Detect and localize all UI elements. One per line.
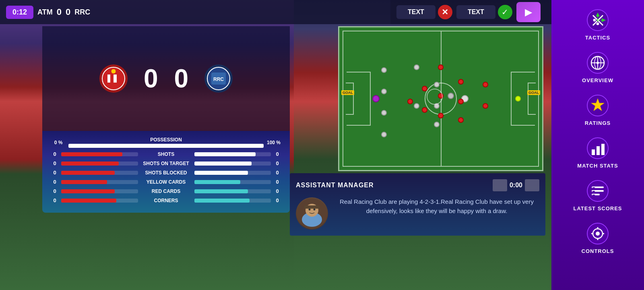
shots-on-target-row: 0 SHOTS ON TARGET 0 <box>50 160 282 166</box>
confirm-icon[interactable]: ✓ <box>498 5 512 19</box>
match-stats-button[interactable]: MATCH STATS <box>559 132 636 173</box>
rc-right-val: 0 <box>273 188 282 194</box>
shots-bar-left <box>61 152 138 156</box>
assistant-body: Real Racing Club are playing 4-2-3-1.Rea… <box>296 197 539 230</box>
yc-bar-left <box>61 180 138 184</box>
player-away9 <box>422 86 427 91</box>
possession-left-val: 0 % <box>50 140 66 145</box>
corners-label: CORNERS <box>140 198 192 203</box>
svg-rect-2 <box>110 75 114 83</box>
shots-left-val: 0 <box>50 151 59 157</box>
ratings-button[interactable]: RATINGS <box>559 89 636 130</box>
ratings-icon <box>586 93 610 118</box>
player-away4 <box>458 99 464 104</box>
svg-point-28 <box>597 62 599 64</box>
rc-bar-left <box>61 189 138 193</box>
main-score: 0 0 <box>144 64 188 93</box>
svg-rect-3 <box>114 75 117 83</box>
svg-rect-34 <box>601 144 605 155</box>
match-time: 0:12 <box>6 6 33 19</box>
yc-bar-right <box>194 180 271 184</box>
main-home-score: 0 <box>144 64 158 93</box>
away-score: 0 <box>66 7 70 17</box>
player-att1 <box>434 82 440 87</box>
controls-button[interactable]: CONTROLS <box>559 218 636 258</box>
cancel-icon[interactable]: ✕ <box>438 5 452 19</box>
ball <box>515 96 521 102</box>
latest-scores-button[interactable]: LATEST SCORES <box>559 175 636 215</box>
svg-point-21 <box>593 19 596 22</box>
home-score: 0 <box>57 7 62 17</box>
sb-left-val: 0 <box>50 170 59 176</box>
corners-left-val: 0 <box>50 197 59 203</box>
text-label-1[interactable]: TEXT <box>396 5 436 19</box>
svg-rect-41 <box>592 195 595 195</box>
manager-dot <box>372 95 380 102</box>
sot-bar-left <box>61 162 138 166</box>
svg-point-4 <box>111 69 116 74</box>
svg-point-12 <box>314 209 316 211</box>
svg-rect-13 <box>304 205 320 209</box>
score-panel: 0 0 RRC <box>42 26 290 131</box>
possession-bar <box>68 144 264 148</box>
red-cards-row: 0 RED CARDS 0 <box>50 188 282 194</box>
sot-label: SHOTS ON TARGET <box>140 161 192 166</box>
svg-point-44 <box>596 232 600 236</box>
ratings-label: RATINGS <box>585 120 611 126</box>
corners-row: 0 CORNERS 0 <box>50 197 282 203</box>
manager-avatar <box>296 197 328 230</box>
player-away1 <box>483 82 488 87</box>
goal-left <box>346 83 354 115</box>
assistant-message: Real Racing Club are playing 4-2-3-1.Rea… <box>334 197 539 215</box>
svg-rect-40 <box>592 191 595 192</box>
player-away7 <box>438 93 444 99</box>
player-away5 <box>458 117 464 123</box>
overview-button[interactable]: OVERVIEW <box>559 47 636 87</box>
latest-scores-label: LATEST SCORES <box>573 205 622 211</box>
yellow-cards-row: 0 YELLOW CARDS 0 <box>50 179 282 185</box>
assistant-panel: ASSISTANT MANAGER 0:00 Real Racing Club … <box>290 173 545 236</box>
svg-rect-1 <box>107 75 111 83</box>
svg-point-11 <box>309 209 311 211</box>
tactics-button[interactable]: TACTICS <box>559 4 636 45</box>
player-away8 <box>438 113 444 118</box>
svg-text:RRC: RRC <box>213 77 224 82</box>
sb-bar-right <box>194 171 271 175</box>
rc-label: RED CARDS <box>140 188 192 194</box>
player-def1 <box>381 67 387 73</box>
latest-scores-icon <box>586 179 610 203</box>
yc-label: YELLOW CARDS <box>140 179 192 185</box>
possession-row: 0 % POSSESSION 100 % <box>50 137 282 148</box>
right-sidebar: TACTICS OVERVIEW RATINGS <box>551 0 644 290</box>
shots-label: SHOTS <box>140 151 192 157</box>
yc-left-val: 0 <box>50 179 59 185</box>
assistant-title: ASSISTANT MANAGER <box>296 182 374 189</box>
time-square-left <box>493 179 507 191</box>
svg-rect-33 <box>597 146 600 155</box>
main-away-score: 0 <box>174 64 189 93</box>
player-def3 <box>381 110 387 116</box>
text-btn-1[interactable]: TEXT ✕ <box>396 5 452 19</box>
player-away11 <box>407 99 413 104</box>
shots-right-val: 0 <box>273 151 282 157</box>
text-btn-2[interactable]: TEXT ✓ <box>456 5 512 19</box>
svg-point-22 <box>596 22 599 25</box>
player-def2 <box>381 89 387 94</box>
player-def4 <box>381 132 387 137</box>
corners-bar-right <box>194 199 271 203</box>
player-away3 <box>458 79 464 85</box>
player-away2 <box>483 103 488 109</box>
player-mid1 <box>414 64 419 70</box>
text-label-2[interactable]: TEXT <box>456 5 495 19</box>
rc-left-val: 0 <box>50 188 59 194</box>
shots-row: 0 SHOTS 0 <box>50 151 282 157</box>
rc-bar-right <box>194 189 271 193</box>
away-team-logo: RRC <box>204 64 233 93</box>
player-away10 <box>422 107 427 113</box>
overview-icon <box>586 51 610 75</box>
sot-right-val: 0 <box>273 160 282 166</box>
tactics-label: TACTICS <box>585 35 610 41</box>
player-away6 <box>438 64 444 70</box>
stats-panel: 0 % POSSESSION 100 % 0 SHOTS 0 0 SHOTS O… <box>42 131 290 213</box>
play-button[interactable]: ▶ <box>516 2 541 22</box>
